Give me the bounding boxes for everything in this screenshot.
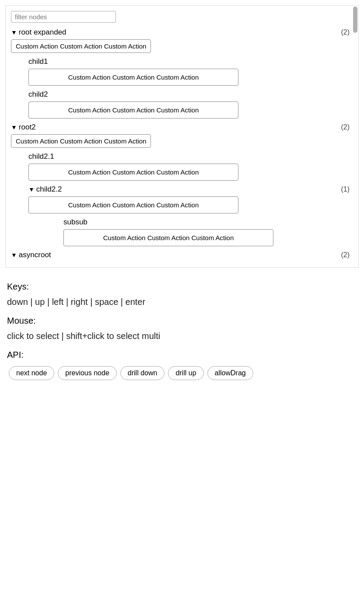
keys-text: down | up | left | right | space | enter bbox=[7, 297, 357, 307]
node-child2-2: ▼ child2.2 (1) Custom Action Custom Acti… bbox=[11, 184, 358, 246]
node-label-subsub[interactable]: subsub bbox=[63, 218, 88, 227]
info-section: Keys: down | up | left | right | space |… bbox=[0, 273, 364, 389]
api-button-allowdrag[interactable]: allowDrag bbox=[207, 366, 253, 380]
chevron-asyncroot[interactable]: ▼ bbox=[11, 252, 17, 259]
custom-action-child2[interactable]: Custom Action Custom Action Custom Actio… bbox=[28, 101, 238, 119]
filter-input[interactable] bbox=[11, 11, 116, 23]
node-label-child1[interactable]: child1 bbox=[28, 57, 48, 66]
chevron-root2[interactable]: ▼ bbox=[11, 124, 17, 131]
node-subsub: subsub Custom Action Custom Action Custo… bbox=[28, 217, 358, 246]
custom-action-subsub[interactable]: Custom Action Custom Action Custom Actio… bbox=[63, 229, 273, 246]
api-button-drill-down[interactable]: drill down bbox=[120, 366, 165, 380]
node-count-child2-2: (1) bbox=[341, 185, 358, 193]
chevron-root-expanded[interactable]: ▼ bbox=[11, 29, 17, 36]
node-root2: ▼ root2 (2) Custom Action Custom Action … bbox=[11, 122, 358, 246]
node-label-root2[interactable]: root2 bbox=[19, 123, 36, 132]
custom-action-child1[interactable]: Custom Action Custom Action Custom Actio… bbox=[28, 69, 238, 86]
node-child2: child2 Custom Action Custom Action Custo… bbox=[11, 89, 358, 119]
node-label-child2[interactable]: child2 bbox=[28, 90, 48, 99]
api-button-previous-node[interactable]: previous node bbox=[58, 366, 117, 380]
mouse-label: Mouse: bbox=[7, 316, 357, 326]
node-root-expanded: ▼ root expanded (2) Custom Action Custom… bbox=[11, 27, 358, 119]
api-buttons-container: next nodeprevious nodedrill downdrill up… bbox=[7, 366, 357, 380]
custom-action-root2[interactable]: Custom Action Custom Action Custom Actio… bbox=[11, 134, 151, 148]
node-child1: child1 Custom Action Custom Action Custo… bbox=[11, 56, 358, 86]
mouse-text: click to select | shift+click to select … bbox=[7, 331, 357, 341]
keys-label: Keys: bbox=[7, 282, 357, 292]
api-button-next-node[interactable]: next node bbox=[9, 366, 54, 380]
node-label-child2-1[interactable]: child2.1 bbox=[28, 152, 54, 161]
node-asyncroot: ▼ asyncroot (2) bbox=[11, 250, 358, 260]
node-count-root2: (2) bbox=[341, 123, 358, 131]
custom-action-root-expanded[interactable]: Custom Action Custom Action Custom Actio… bbox=[11, 39, 151, 53]
node-label-asyncroot[interactable]: asyncroot bbox=[19, 251, 51, 259]
node-label-root-expanded[interactable]: root expanded bbox=[19, 28, 66, 37]
node-label-child2-2[interactable]: child2.2 bbox=[36, 185, 62, 194]
chevron-child2-2[interactable]: ▼ bbox=[28, 186, 35, 193]
node-child2-1: child2.1 Custom Action Custom Action Cus… bbox=[11, 151, 358, 181]
node-count-asyncroot: (2) bbox=[341, 251, 358, 259]
api-button-drill-up[interactable]: drill up bbox=[168, 366, 203, 380]
custom-action-child2-2[interactable]: Custom Action Custom Action Custom Actio… bbox=[28, 196, 238, 213]
api-label: API: bbox=[7, 350, 357, 360]
custom-action-child2-1[interactable]: Custom Action Custom Action Custom Actio… bbox=[28, 164, 238, 181]
